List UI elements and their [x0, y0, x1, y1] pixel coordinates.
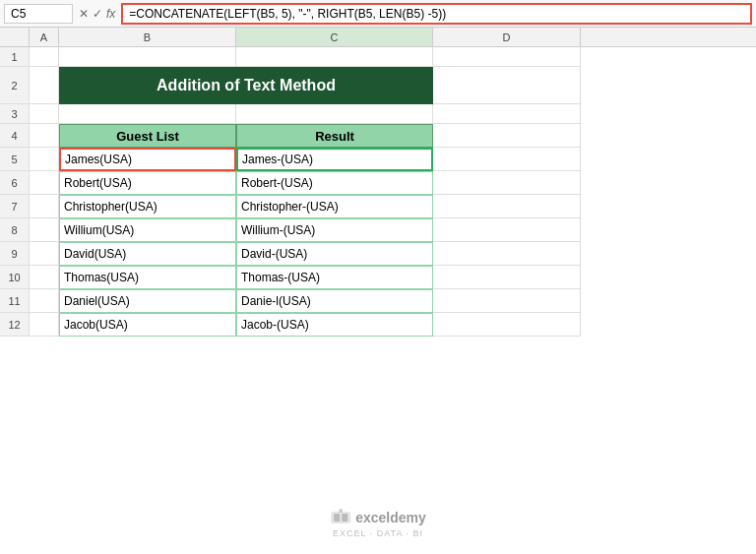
col-header-c[interactable]: C [236, 28, 433, 46]
table-row: 5 James(USA) James-(USA) [0, 148, 756, 171]
cell-c5[interactable]: James-(USA) [236, 148, 433, 171]
cell-c8[interactable]: Willium-(USA) [236, 218, 433, 242]
fx-icon[interactable]: fx [106, 7, 115, 21]
cell-b7[interactable]: Christopher(USA) [59, 195, 236, 218]
cancel-icon[interactable]: ✕ [79, 7, 89, 21]
col-header-b[interactable]: B [59, 28, 236, 46]
cell-d4[interactable] [433, 124, 581, 148]
cell-a9[interactable] [30, 242, 59, 266]
table-row: 12 Jacob(USA) Jacob-(USA) [0, 313, 756, 337]
table-row: 2 Addition of Text Method [0, 67, 756, 104]
table-row: 11 Daniel(USA) Danie-l(USA) [0, 289, 756, 313]
spreadsheet: A B C D 1 2 Addition of Text Method 3 [0, 28, 756, 554]
row-num-3: 3 [0, 104, 30, 124]
row-num-12: 12 [0, 313, 30, 337]
column-headers: A B C D [0, 28, 756, 47]
cell-a12[interactable] [30, 313, 59, 337]
confirm-icon[interactable]: ✓ [93, 7, 102, 21]
cell-d2[interactable] [433, 67, 581, 104]
svg-rect-2 [342, 514, 347, 522]
cell-b6[interactable]: Robert(USA) [59, 171, 236, 195]
table-row: 8 Willium(USA) Willium-(USA) [0, 218, 756, 242]
cell-c12[interactable]: Jacob-(USA) [236, 313, 433, 337]
table-row: 10 Thomas(USA) Thomas-(USA) [0, 266, 756, 289]
row-num-2: 2 [0, 67, 30, 104]
cell-b5[interactable]: James(USA) [59, 148, 236, 171]
exceldemy-icon [330, 509, 351, 526]
corner-spacer [0, 28, 30, 46]
row-num-11: 11 [0, 289, 30, 313]
cell-d7[interactable] [433, 195, 581, 218]
cell-b9[interactable]: David(USA) [59, 242, 236, 266]
cell-reference-box[interactable]: C5 [4, 4, 73, 24]
table-row: 1 [0, 47, 756, 67]
cell-b11[interactable]: Daniel(USA) [59, 289, 236, 313]
row-num-4: 4 [0, 124, 30, 148]
table-row: 3 [0, 104, 756, 124]
cell-c6[interactable]: Robert-(USA) [236, 171, 433, 195]
cell-b3[interactable] [59, 104, 236, 124]
cell-d11[interactable] [433, 289, 581, 313]
cell-a6[interactable] [30, 171, 59, 195]
col-header-a[interactable]: A [30, 28, 59, 46]
title-cell[interactable]: Addition of Text Method [59, 67, 433, 104]
cell-c10[interactable]: Thomas-(USA) [236, 266, 433, 289]
cell-a5[interactable] [30, 148, 59, 171]
watermark-tagline: EXCEL · DATA · BI [333, 528, 423, 538]
table-row: 6 Robert(USA) Robert-(USA) [0, 171, 756, 195]
row-num-6: 6 [0, 171, 30, 195]
row-num-5: 5 [0, 148, 30, 171]
rows-area: 1 2 Addition of Text Method 3 4 Guest Li… [0, 47, 756, 554]
cell-c4-header[interactable]: Result [236, 124, 433, 148]
watermark-brand-name: exceldemy [355, 510, 426, 525]
cell-d12[interactable] [433, 313, 581, 337]
cell-c1[interactable] [236, 47, 433, 67]
row-num-10: 10 [0, 266, 30, 289]
svg-rect-1 [334, 514, 340, 522]
row-num-8: 8 [0, 218, 30, 242]
cell-b4-header[interactable]: Guest List [59, 124, 236, 148]
cell-d6[interactable] [433, 171, 581, 195]
cell-d1[interactable] [433, 47, 581, 67]
table-row: 4 Guest List Result [0, 124, 756, 148]
table-row: 9 David(USA) David-(USA) [0, 242, 756, 266]
table-row: 7 Christopher(USA) Christopher-(USA) [0, 195, 756, 218]
row-num-1: 1 [0, 47, 30, 67]
cell-c3[interactable] [236, 104, 433, 124]
cell-a11[interactable] [30, 289, 59, 313]
cell-b8[interactable]: Willium(USA) [59, 218, 236, 242]
watermark-logo: exceldemy [330, 509, 426, 526]
cell-d10[interactable] [433, 266, 581, 289]
cell-a1[interactable] [30, 47, 59, 67]
col-header-d[interactable]: D [433, 28, 581, 46]
svg-point-3 [339, 509, 343, 513]
cell-c7[interactable]: Christopher-(USA) [236, 195, 433, 218]
cell-c9[interactable]: David-(USA) [236, 242, 433, 266]
watermark: exceldemy EXCEL · DATA · BI [330, 509, 426, 538]
cell-c11[interactable]: Danie-l(USA) [236, 289, 433, 313]
cell-a7[interactable] [30, 195, 59, 218]
formula-bar: C5 ✕ ✓ fx =CONCATENATE(LEFT(B5, 5), "-",… [0, 0, 756, 28]
cell-a8[interactable] [30, 218, 59, 242]
cell-d9[interactable] [433, 242, 581, 266]
formula-icons: ✕ ✓ fx [73, 7, 121, 21]
formula-input[interactable]: =CONCATENATE(LEFT(B5, 5), "-", RIGHT(B5,… [121, 3, 752, 25]
cell-d5[interactable] [433, 148, 581, 171]
row-num-7: 7 [0, 195, 30, 218]
cell-a4[interactable] [30, 124, 59, 148]
cell-a2[interactable] [30, 67, 59, 104]
cell-b1[interactable] [59, 47, 236, 67]
cell-a3[interactable] [30, 104, 59, 124]
cell-d8[interactable] [433, 218, 581, 242]
cell-d3[interactable] [433, 104, 581, 124]
cell-b10[interactable]: Thomas(USA) [59, 266, 236, 289]
cell-b12[interactable]: Jacob(USA) [59, 313, 236, 337]
row-num-9: 9 [0, 242, 30, 266]
cell-a10[interactable] [30, 266, 59, 289]
